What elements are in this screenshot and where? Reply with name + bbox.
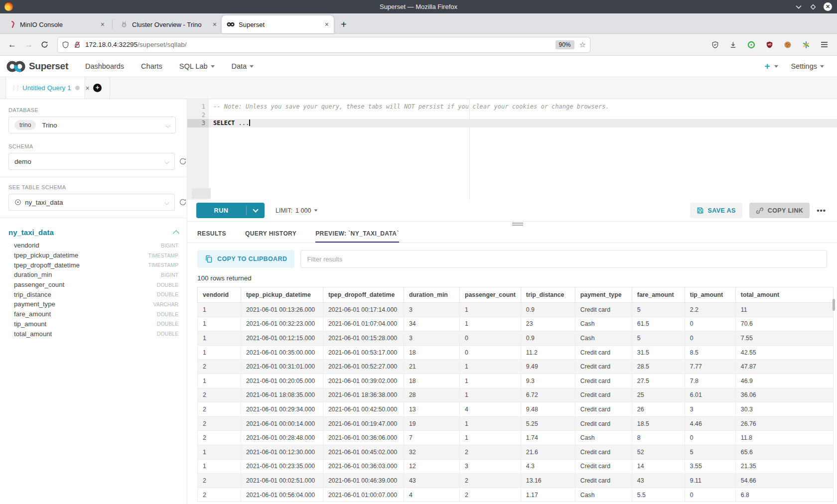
chevron-down-icon[interactable] [774,65,778,68]
nav-data[interactable]: Data [232,62,254,70]
settings-menu[interactable]: Settings [791,62,824,70]
ublock-icon[interactable]: uO [766,41,773,49]
scrollbar-thumb[interactable] [833,299,835,311]
extension-green-icon[interactable] [747,41,755,49]
refresh-schemas-icon[interactable] [179,157,187,165]
schema-label: SCHEMA [8,143,187,149]
sqllab-main: 1 2 3 -- Note: Unless you save your quer… [187,99,837,504]
database-select[interactable]: trino Trino [8,117,176,133]
sql-comment-line: -- Note: Unless you save your query, the… [209,103,837,111]
run-button-label[interactable]: RUN [196,203,246,218]
close-window-icon[interactable]: ✕ [824,2,832,11]
insecure-lock-icon[interactable] [74,41,81,49]
browser-tab-trino[interactable]: Cluster Overview - Trino × [115,15,222,33]
shield-icon[interactable] [62,41,69,49]
nav-sql-lab[interactable]: SQL Lab [179,62,215,70]
table-cell: 3.55 [685,459,735,474]
download-icon[interactable] [729,41,737,49]
table-cell: 7.55 [735,331,833,346]
back-icon[interactable]: ← [8,40,16,50]
filter-results-input[interactable] [300,250,827,268]
table-cell: 2021-06-01 00:56:04.000 [241,488,323,502]
url-field[interactable]: 172.18.0.4:32295/superset/sqllab/ 90% ☆ [57,37,590,53]
refresh-tables-icon[interactable] [179,198,187,206]
browser-tab-minio[interactable]: MinIO Console × [3,15,110,33]
table-cell: 7 [404,431,460,445]
add-query-tab-cell[interactable]: + [85,77,110,99]
new-tab-button[interactable]: + [341,19,347,30]
browser-tab-superset[interactable]: Superset × [222,15,334,33]
copy-link-button[interactable]: COPY LINK [749,203,810,218]
column-header-total_amount[interactable]: total_amount [735,287,833,303]
tab-results[interactable]: RESULTS [197,230,226,243]
schema-select[interactable]: demo [8,153,175,170]
tab-preview-ny-taxi-data[interactable]: PREVIEW: `NY_TAXI_DATA` [315,230,399,243]
sql-editor[interactable]: 1 2 3 -- Note: Unless you save your quer… [187,99,837,200]
column-type: DOUBLE [157,311,178,317]
chevron-down-icon [250,65,254,68]
close-tab-icon[interactable]: × [101,20,105,28]
superset-brand[interactable]: Superset [6,60,68,73]
bookmark-star-icon[interactable]: ☆ [579,40,586,49]
column-header-duration_min[interactable]: duration_min [404,287,460,303]
column-type: BIGINT [161,243,178,249]
menu-hamburger-icon[interactable] [821,41,828,48]
chevron-down-icon [165,123,170,127]
column-header-tpep_dropoff_datetime[interactable]: tpep_dropoff_datetime [323,287,404,303]
column-header-tpep_pickup_datetime[interactable]: tpep_pickup_datetime [241,287,323,303]
table-row: 12021-06-01 00:12:30.0002021-06-01 00:45… [198,445,834,459]
column-header-tip_amount[interactable]: tip_amount [685,287,735,303]
close-tab-icon[interactable]: × [213,20,217,28]
table-cell: 13.16 [521,474,575,488]
column-header-trip_distance[interactable]: trip_distance [521,287,575,303]
column-header-vendorid[interactable]: vendorid [198,287,241,303]
pocket-shield-icon[interactable] [711,41,719,49]
editor-code-area[interactable]: -- Note: Unless you save your query, the… [209,99,837,200]
add-new-button[interactable]: + [764,61,770,72]
settings-label: Settings [791,62,817,70]
cookie-icon[interactable] [784,41,792,49]
table-cell: 1 [460,431,521,445]
url-text[interactable]: 172.18.0.4:32295/superset/sqllab/ [85,41,556,48]
table-cell: 2021-06-01 00:29:34.000 [241,402,323,417]
more-options-button[interactable]: ••• [817,206,826,215]
limit-dropdown[interactable]: LIMIT: 1 000 [276,207,318,214]
table-cell: 1 [460,317,521,331]
nav-dashboards[interactable]: Dashboards [85,62,124,70]
run-options-button[interactable] [247,203,265,218]
table-cell: 6.72 [521,388,575,402]
table-columns: vendoridBIGINTtpep_pickup_datetimeTIMEST… [0,241,187,339]
table-cell: 34 [404,317,460,331]
column-header-payment_type[interactable]: payment_type [575,287,632,303]
table-cell: 5 [632,331,685,346]
query-tab[interactable]: ⋮⋮ Untitled Query 1 × [5,77,85,99]
table-row: 12021-06-01 00:35:00.0002021-06-01 00:53… [198,345,834,360]
zoom-level-badge[interactable]: 90% [556,40,574,49]
maximize-icon[interactable] [809,3,817,11]
chevron-up-icon[interactable] [173,230,179,237]
table-cell: 19 [404,416,460,431]
tab-query-history[interactable]: QUERY HISTORY [245,230,296,243]
table-cell: 5.25 [521,416,575,431]
column-header-passenger_count[interactable]: passenger_count [460,287,521,303]
minimize-icon[interactable] [795,3,803,11]
nav-charts[interactable]: Charts [141,62,162,70]
table-row: 22021-06-01 00:31:01.0002021-06-01 00:52… [198,360,834,374]
table-cell: 26.76 [735,416,833,431]
column-type: TIMESTAMP [148,252,178,258]
table-select[interactable]: ny_taxi_data [8,194,175,211]
column-header-fare_amount[interactable]: fare_amount [632,287,685,303]
save-as-button[interactable]: SAVE AS [690,203,742,218]
add-query-tab-icon[interactable]: + [93,84,102,92]
table-cell: 52 [632,445,685,459]
table-cell: 26 [632,402,685,417]
table-schema-title[interactable]: ny_taxi_data [8,228,54,237]
run-button[interactable]: RUN [196,203,265,218]
extension-star-icon[interactable] [802,41,810,49]
close-tab-icon[interactable]: × [325,20,329,28]
table-cell: 18 [404,345,460,360]
column-name: tip_amount [14,320,46,328]
drag-handle-icon[interactable]: ⋮⋮ [11,85,19,91]
copy-to-clipboard-button[interactable]: COPY TO CLIPBOARD [197,250,294,268]
reload-icon[interactable] [41,41,48,48]
